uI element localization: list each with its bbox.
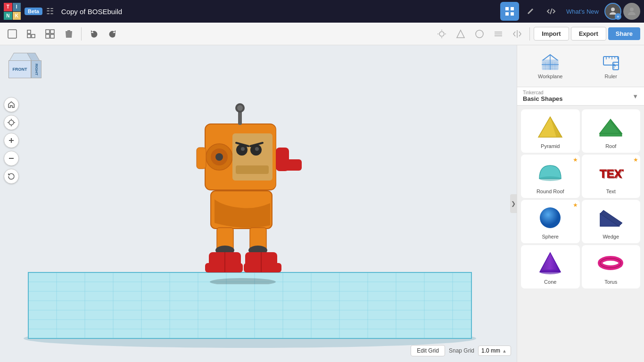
shape-pyramid[interactable]: Pyramid — [521, 109, 580, 153]
workplane-icon — [541, 53, 560, 72]
export-btn[interactable]: Export — [571, 27, 606, 41]
design-title: Copy of BOSEbuild — [61, 8, 122, 16]
svg-rect-69 — [236, 165, 269, 174]
panel-toggle[interactable]: ❯ — [510, 194, 517, 213]
svg-marker-120 — [540, 253, 561, 272]
avatar[interactable] — [623, 3, 640, 20]
shape-roof[interactable]: Roof — [582, 109, 641, 153]
round-roof-label: Round Roof — [537, 189, 564, 194]
sphere-label: Sphere — [542, 234, 559, 239]
grid-view-btn[interactable] — [500, 2, 519, 21]
svg-rect-1 — [511, 7, 514, 10]
ruler-tool[interactable]: Ruler — [582, 49, 641, 83]
text-shape-icon: TEXT TEXT — [597, 158, 625, 187]
roof-icon — [597, 113, 625, 141]
svg-rect-6 — [27, 30, 31, 33]
viewport[interactable]: FRONT RIGHT — [0, 45, 517, 362]
redo-btn[interactable] — [104, 25, 121, 42]
roof-label: Roof — [605, 143, 616, 149]
circle-btn[interactable] — [471, 25, 488, 42]
pyramid-label: Pyramid — [541, 143, 560, 149]
snap-grid-input[interactable]: 1.0 mm ▲ — [478, 346, 511, 356]
shape-sphere[interactable]: ★ Sphere — [521, 200, 580, 243]
toolbar-separator-1 — [81, 27, 82, 41]
workplane-label: Workplane — [538, 74, 562, 79]
sphere-star: ★ — [573, 202, 578, 208]
workplane-tool[interactable]: Workplane — [521, 49, 580, 83]
svg-point-56 — [210, 278, 276, 284]
svg-rect-98 — [603, 57, 619, 65]
svg-point-13 — [439, 32, 444, 36]
logo-i: I — [13, 3, 21, 11]
svg-rect-11 — [46, 34, 50, 38]
snap-grid-value: 1.0 mm — [481, 347, 500, 354]
ruler-icon — [602, 53, 620, 72]
svg-point-121 — [540, 270, 561, 274]
shape-wedge[interactable]: Wedge — [582, 200, 641, 243]
new-workplane-btn[interactable] — [4, 25, 21, 42]
shape-btn[interactable] — [452, 25, 469, 42]
shape-cone[interactable]: Cone — [521, 245, 580, 288]
round-roof-star: ★ — [573, 156, 578, 163]
sphere-icon — [536, 204, 564, 232]
shape-text[interactable]: ★ TEXT TEXT Text — [582, 155, 641, 198]
import-btn[interactable]: Import — [534, 27, 569, 41]
svg-rect-3 — [511, 12, 514, 16]
snap-grid-arrow[interactable]: ▲ — [502, 348, 507, 354]
add-user-btn[interactable]: + — [604, 3, 621, 20]
code-btn[interactable] — [542, 2, 561, 21]
svg-rect-2 — [505, 12, 509, 16]
logo[interactable]: T I N K — [4, 3, 21, 20]
svg-marker-18 — [457, 30, 464, 38]
undo-btn[interactable] — [85, 25, 102, 42]
svg-point-19 — [476, 30, 483, 38]
add-user-plus-icon: + — [615, 13, 621, 20]
list-icon[interactable]: ☷ — [46, 6, 54, 16]
ungroup-btn[interactable] — [41, 25, 58, 42]
svg-point-4 — [630, 8, 634, 11]
svg-rect-90 — [543, 60, 558, 70]
logo-n: N — [4, 12, 12, 20]
main-area: FRONT RIGHT — [0, 45, 644, 362]
top-bar: T I N K Beta ☷ Copy of BOSEbuild What's … — [0, 0, 644, 23]
bottom-controls: Edit Grid Snap Grid 1.0 mm ▲ — [411, 345, 511, 356]
group-btn[interactable] — [23, 25, 40, 42]
delete-btn[interactable] — [60, 25, 77, 42]
svg-rect-75 — [197, 148, 206, 169]
light-btn[interactable] — [433, 25, 450, 42]
beta-badge: Beta — [25, 8, 42, 15]
round-roof-icon — [536, 158, 564, 187]
svg-point-72 — [237, 105, 243, 111]
svg-rect-10 — [50, 30, 54, 33]
right-panel-wrapper: ❯ — [517, 45, 644, 362]
svg-rect-74 — [283, 159, 302, 171]
robot — [177, 86, 309, 284]
svg-point-65 — [241, 147, 245, 151]
align-btn[interactable] — [490, 25, 507, 42]
svg-text:TEXT: TEXT — [601, 168, 624, 181]
edit-grid-btn[interactable]: Edit Grid — [411, 345, 445, 356]
shape-library-selector[interactable]: Tinkercad Basic Shapes ▼ — [517, 87, 644, 106]
torus-label: Torus — [604, 279, 617, 285]
svg-rect-84 — [244, 263, 281, 272]
share-btn[interactable]: Share — [608, 27, 640, 40]
logo-k: K — [13, 12, 21, 20]
svg-rect-0 — [505, 7, 509, 10]
toolbar-separator-2 — [529, 27, 530, 41]
wedge-icon — [597, 204, 625, 232]
text-star: ★ — [633, 156, 638, 163]
cone-icon — [536, 249, 564, 277]
shape-round-roof[interactable]: ★ Round Roof — [521, 155, 580, 198]
build-btn[interactable] — [521, 2, 540, 21]
svg-rect-8 — [27, 34, 31, 38]
svg-point-61 — [215, 153, 223, 161]
svg-rect-82 — [205, 263, 243, 272]
mirror-btn[interactable] — [509, 25, 526, 42]
svg-rect-5 — [8, 30, 17, 38]
scene — [0, 45, 517, 362]
svg-point-66 — [255, 147, 259, 151]
shape-torus[interactable]: Torus — [582, 245, 641, 288]
whats-new-btn[interactable]: What's New — [562, 6, 603, 17]
svg-point-113 — [539, 176, 561, 181]
library-chevron-icon[interactable]: ▼ — [632, 93, 638, 100]
